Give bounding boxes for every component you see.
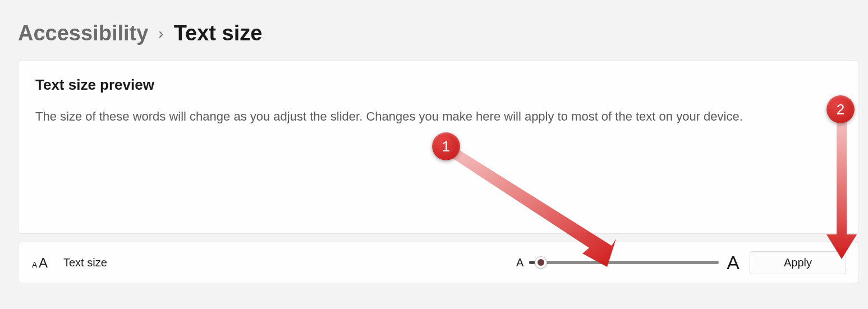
preview-description: The size of these words will change as y…	[35, 108, 842, 125]
annotation-badge-1: 1	[432, 132, 460, 160]
text-size-slider-card: A A Text size A A Apply	[18, 242, 859, 283]
annotation-badge-2: 2	[826, 95, 855, 123]
breadcrumb: Accessibility › Text size	[0, 0, 868, 45]
breadcrumb-parent[interactable]: Accessibility	[18, 21, 148, 45]
apply-button[interactable]: Apply	[750, 251, 846, 274]
text-size-slider[interactable]	[529, 256, 719, 269]
slider-max-marker: A	[727, 252, 740, 274]
preview-title: Text size preview	[35, 76, 842, 94]
text-size-label: Text size	[63, 256, 107, 269]
breadcrumb-current: Text size	[174, 21, 263, 45]
slider-fill	[529, 261, 535, 264]
slider-track	[529, 261, 719, 264]
svg-text:A: A	[39, 255, 48, 270]
slider-thumb[interactable]	[535, 256, 547, 269]
slider-min-marker: A	[516, 256, 523, 269]
svg-text:A: A	[32, 260, 38, 269]
text-size-icon: A A	[31, 255, 53, 270]
chevron-right-icon: ›	[158, 25, 163, 43]
